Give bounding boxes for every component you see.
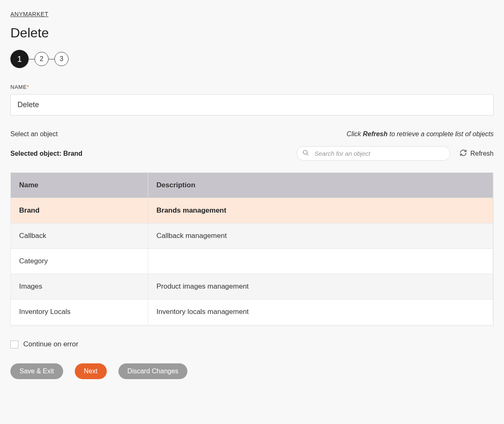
step-connector [49,59,54,59]
name-input[interactable] [10,94,494,115]
table-row[interactable]: BrandBrands management [11,198,493,223]
required-mark: * [27,84,30,90]
next-button[interactable]: Next [75,363,107,379]
step-2[interactable]: 2 [34,52,49,66]
selected-prefix: Selected object: [10,150,63,157]
hint-suffix: to retrieve a complete list of objects [388,130,494,137]
refresh-hint: Click Refresh to retrieve a complete lis… [347,130,494,138]
col-description[interactable]: Description [148,173,493,198]
object-table: Name Description BrandBrands managementC… [11,173,493,324]
cell-name: Callback [11,223,148,249]
cell-name: Inventory Locals [11,299,148,325]
selected-object: Selected object: Brand [10,150,82,157]
cell-name: Brand [11,198,148,223]
select-object-label: Select an object [10,130,58,138]
col-name[interactable]: Name [11,173,148,198]
search-wrap [297,146,450,161]
step-connector [29,59,34,59]
selected-value: Brand [63,150,82,157]
refresh-icon [460,149,467,158]
refresh-button[interactable]: Refresh [460,149,494,158]
hint-prefix: Click [347,130,363,137]
search-icon [302,150,309,158]
discard-button[interactable]: Discard Changes [118,363,188,379]
hint-strong: Refresh [363,130,388,137]
object-table-wrap: Name Description BrandBrands managementC… [10,172,494,326]
cell-name: Category [11,249,148,274]
refresh-label: Refresh [470,150,494,157]
cell-description [148,249,493,274]
table-row[interactable]: CallbackCallback management [11,223,493,249]
stepper: 1 2 3 [10,50,494,68]
step-3[interactable]: 3 [54,52,69,66]
save-exit-button[interactable]: Save & Exit [10,363,63,379]
table-row[interactable]: Inventory LocalsInventory locals managem… [11,299,493,325]
table-row[interactable]: ImagesProduct images management [11,274,493,299]
table-row[interactable]: Category [11,249,493,274]
cell-description: Callback management [148,223,493,249]
cell-name: Images [11,274,148,299]
svg-line-1 [307,154,308,155]
page-title: Delete [10,25,494,41]
breadcrumb[interactable]: ANYMARKET [10,11,49,17]
name-label-text: NAME [10,84,27,90]
name-field-label: NAME* [10,84,494,90]
search-input[interactable] [297,146,450,161]
continue-on-error-label: Continue on error [23,340,78,348]
continue-on-error-checkbox[interactable] [10,341,18,348]
cell-description: Brands management [148,198,493,223]
cell-description: Inventory locals management [148,299,493,325]
svg-point-0 [303,150,307,154]
cell-description: Product images management [148,274,493,299]
object-table-scroll[interactable]: Name Description BrandBrands managementC… [11,173,493,326]
step-1[interactable]: 1 [10,50,29,68]
